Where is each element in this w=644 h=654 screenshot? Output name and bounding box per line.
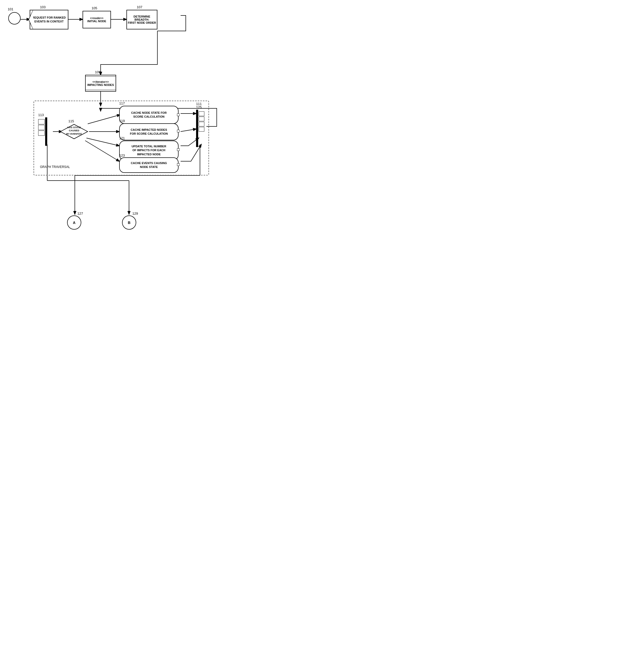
label-127: 127 [77, 212, 83, 215]
label-129: 129 [132, 212, 138, 215]
sq-121 [177, 148, 180, 151]
fork-bar-113 [45, 117, 47, 146]
label-105: 105 [92, 6, 97, 10]
label-117: 117 [119, 101, 125, 105]
initial-node-label: <<node>>INITIAL NODE [87, 17, 106, 23]
start-circle [8, 12, 21, 24]
initial-node-box: <<node>>INITIAL NODE [83, 11, 111, 28]
sq-123 [177, 163, 180, 166]
label-123: 123 [119, 154, 125, 157]
terminal-a-label: A [73, 220, 75, 225]
request-box: REQUEST FOR RANKEDEVENTS IN CONTEXT [30, 10, 68, 29]
cache-events-box: CACHE EVENTS CAUSINGNODE STATE [119, 157, 179, 173]
cache-node-state-box: CACHE NODE STATE FORSCORE CALCULATION [119, 106, 179, 124]
sq-117 [177, 114, 180, 116]
iterator-label: <<iterator>>IMPACTING NODES [87, 80, 114, 87]
sq-119 [177, 130, 180, 132]
update-total-label: UPDATE TOTAL NUMBEROF IMPACTS FOR EACHIM… [132, 144, 166, 156]
fork-bar-125 [196, 110, 198, 147]
terminal-a: A [67, 215, 81, 230]
label-101: 101 [8, 7, 14, 11]
label-125: 125 [196, 105, 202, 109]
graph-traversal-label: GRAPH TRAVERSAL [40, 165, 70, 169]
label-115: 115 [68, 119, 74, 123]
label-103: 103 [40, 5, 46, 9]
cache-events-label: CACHE EVENTS CAUSINGNODE STATE [131, 161, 167, 169]
breadth-first-label: DETERMINE BREADTH-FIRST NODE ORDER [127, 15, 157, 24]
label-113: 113 [38, 113, 44, 117]
cache-node-state-label: CACHE NODE STATE FORSCORE CALCULATION [131, 111, 167, 119]
request-label: REQUEST FOR RANKEDEVENTS IN CONTEXT [32, 16, 66, 24]
breadth-first-box: DETERMINE BREADTH-FIRST NODE ORDER [127, 10, 157, 29]
label-119: 119 [119, 119, 125, 123]
terminal-b: B [122, 215, 136, 230]
diagram: 101 REQUEST FOR RANKEDEVENTS IN CONTEXT … [0, 0, 284, 258]
terminal-b-label: B [128, 220, 130, 225]
diamond-115: HAS STATE CAUSEDBY EVENT(S) [60, 124, 88, 139]
iterator-box: <<iterator>>IMPACTING NODES [85, 75, 116, 92]
cache-impacted-box: CACHE IMPACTED NODESFOR SCORE CALCULATIO… [119, 123, 179, 140]
label-121: 121 [119, 136, 125, 140]
label-107: 107 [137, 5, 142, 9]
label-109: 109 [95, 70, 101, 74]
cache-impacted-label: CACHE IMPACTED NODESFOR SCORE CALCULATIO… [130, 128, 168, 136]
